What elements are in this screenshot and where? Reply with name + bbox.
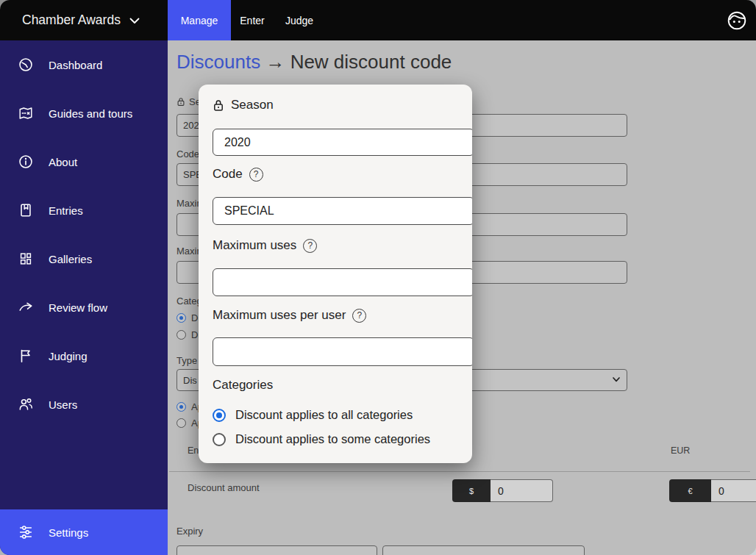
code-label-dimmed: Code [176, 148, 199, 160]
sidebar-item-label: Judging [49, 350, 88, 362]
sidebar-item-review-flow[interactable]: Review flow [0, 283, 168, 332]
lock-icon [176, 97, 185, 107]
radio-selected-icon [213, 409, 226, 422]
eur-column-header: EUR [671, 445, 690, 456]
help-icon[interactable]: ? [352, 309, 366, 323]
chevron-down-icon [129, 12, 140, 28]
sidebar-item-label: Users [49, 398, 77, 411]
help-icon[interactable]: ? [249, 168, 263, 182]
sidebar-item-entries[interactable]: Entries [0, 186, 168, 234]
max-uses-input[interactable] [213, 268, 472, 296]
sidebar-item-label: Entries [49, 204, 83, 217]
expiry-from-input[interactable] [176, 545, 377, 555]
sidebar: Dashboard Guides and tours About Entries… [0, 40, 168, 555]
discount-amount-eur-input[interactable] [711, 479, 756, 502]
zoom-preview-card: Season Code ? Maximum uses ? Maximum use… [199, 85, 472, 463]
sidebar-item-label: Settings [49, 526, 88, 539]
sidebar-item-judging[interactable]: Judging [0, 332, 168, 380]
expiry-label: Expiry [176, 526, 203, 537]
type-label-dimmed: Type [176, 355, 197, 366]
section-divider [169, 471, 750, 472]
sidebar-item-label: Galleries [49, 253, 92, 265]
sidebar-item-users[interactable]: Users [0, 380, 168, 429]
code-label: Code ? [213, 167, 263, 182]
sliders-icon [18, 524, 34, 540]
categories-label: Categories [213, 378, 273, 393]
season-label: Season [213, 98, 274, 112]
tab-enter[interactable]: Enter [232, 0, 272, 40]
breadcrumb-arrow: → [265, 51, 285, 73]
breadcrumb-discounts-link[interactable]: Discounts [176, 51, 260, 73]
sidebar-item-settings[interactable]: Settings [0, 509, 168, 555]
sidebar-item-label: About [49, 156, 77, 168]
season-input[interactable] [213, 129, 472, 156]
top-bar: Chamber Awards Manage Enter Judge [0, 0, 756, 40]
info-icon [18, 154, 34, 170]
sidebar-item-label: Guides and tours [49, 107, 132, 120]
tab-judge[interactable]: Judge [279, 0, 319, 40]
sidebar-item-dashboard[interactable]: Dashboard [0, 40, 168, 89]
map-icon [18, 105, 34, 121]
flag-icon [18, 348, 34, 364]
radio-selected-icon [176, 402, 186, 412]
expiry-to-input[interactable] [382, 545, 585, 555]
sidebar-item-guides-and-tours[interactable]: Guides and tours [0, 89, 168, 137]
bookmark-book-icon [18, 202, 34, 218]
eur-symbol-chip: € [669, 479, 711, 502]
tab-manage-label: Manage [181, 15, 218, 26]
code-input[interactable] [213, 197, 472, 225]
sidebar-item-label: Review flow [49, 301, 107, 314]
radio-unselected-icon [213, 433, 226, 446]
gauge-icon [18, 57, 34, 73]
max-uses-per-user-input[interactable] [213, 337, 472, 366]
lock-icon [213, 99, 224, 112]
users-icon [18, 396, 34, 412]
chevron-down-icon [613, 377, 620, 382]
grid-icon [18, 251, 34, 267]
radio-unselected-icon [176, 418, 186, 428]
radio-selected-icon [176, 313, 186, 323]
discount-amount-usd-group: $ [452, 479, 553, 502]
discount-amount-label: Discount amount [188, 482, 260, 493]
usd-symbol-chip: $ [452, 479, 491, 502]
help-icon[interactable]: ? [303, 239, 317, 253]
radio-unselected-icon [176, 330, 186, 340]
radio-some-categories[interactable]: Discount applies to some categories [213, 432, 430, 446]
user-avatar-icon[interactable] [727, 10, 747, 31]
app-window: Chamber Awards Manage Enter Judge Da [0, 0, 756, 555]
tab-judge-label: Judge [285, 15, 313, 26]
app-name: Chamber Awards [22, 12, 121, 28]
max-uses-label: Maximum uses ? [213, 238, 317, 253]
page-title-text: New discount code [290, 51, 452, 73]
sidebar-item-label: Dashboard [49, 59, 102, 71]
tab-enter-label: Enter [240, 15, 264, 26]
app-switcher[interactable]: Chamber Awards [22, 0, 140, 40]
discount-amount-usd-input[interactable] [491, 479, 553, 502]
flow-arrow-icon [18, 299, 34, 315]
page-title: Discounts → New discount code [176, 51, 452, 74]
main-content: Discounts → New discount code Season Cod… [168, 40, 756, 555]
tab-manage[interactable]: Manage [168, 0, 231, 40]
sidebar-item-about[interactable]: About [0, 137, 168, 186]
discount-amount-eur-group: € [669, 479, 756, 502]
radio-all-categories[interactable]: Discount applies to all categories [213, 408, 413, 422]
sidebar-item-galleries[interactable]: Galleries [0, 234, 168, 283]
max-uses-per-user-label: Maximum uses per user ? [213, 308, 366, 323]
